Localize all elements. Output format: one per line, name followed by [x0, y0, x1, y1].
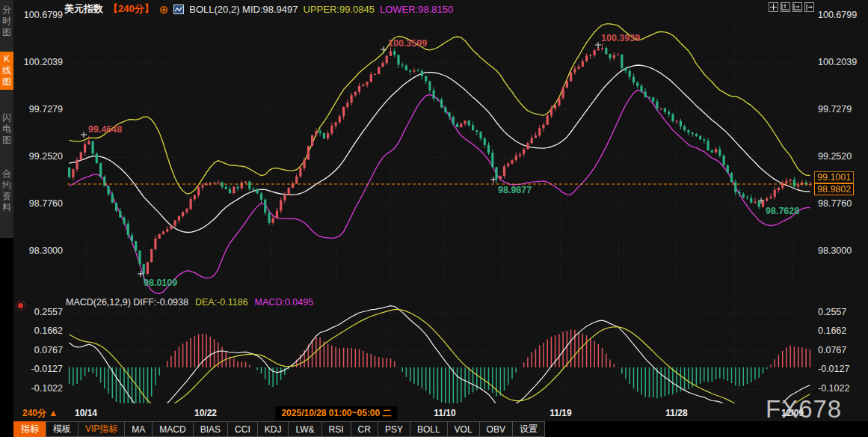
macd-tick-right: 0.1662: [818, 326, 846, 336]
macd-tick-left: -0.1022: [31, 383, 63, 394]
boll-upper-label: UPPER:99.0845: [304, 4, 375, 15]
chart-header: 美元指数 【240分】 ⊕ BOLL(20,2) MID:98.9497 UPP…: [64, 2, 453, 16]
rsi-button[interactable]: RSI: [321, 421, 351, 437]
psy-button[interactable]: PSY: [378, 421, 410, 437]
macd-button[interactable]: MACD: [152, 421, 193, 437]
macd-tick-left: -0.0127: [31, 364, 63, 374]
ma-button[interactable]: MA: [124, 421, 153, 437]
price-panel-layer: [68, 24, 811, 294]
tab-contract-info[interactable]: 合约资料: [0, 166, 13, 216]
macd-diff-label: MACD(26,12,9) DIFF:-0.0938: [66, 297, 188, 308]
price-tick-left: 98.3000: [29, 245, 63, 256]
crosshair-icon[interactable]: [769, 2, 778, 12]
add-indicator-icon[interactable]: ⊕: [159, 4, 169, 14]
level-price-label: 99.1001: [814, 171, 854, 183]
annotation-100.3599: 100.3599: [388, 38, 427, 49]
boll-mid-label: BOLL(20,2) MID:98.9497: [189, 4, 298, 15]
period-badge: 【240分】: [108, 2, 154, 16]
tab-time-chart[interactable]: 分时图: [0, 2, 13, 40]
macd-tick-right: 0.2557: [818, 307, 846, 317]
boll-button[interactable]: BOLL: [410, 421, 448, 437]
price-tick-right: 98.7760: [818, 198, 852, 209]
price-tick-right: 98.3000: [818, 245, 852, 256]
main-chart-canvas[interactable]: [0, 0, 868, 421]
indicator-alert-icon: [18, 303, 23, 308]
tab-lightning-chart[interactable]: 闪电图: [0, 110, 13, 148]
macd-tick-left: 0.0767: [34, 345, 63, 355]
date-tick: 10/14: [75, 408, 97, 418]
settings-button[interactable]: 设置: [512, 421, 545, 437]
period-selector[interactable]: 240分 ▲: [22, 407, 58, 420]
overlay-layer: [67, 42, 812, 277]
zoom-vertical-icon[interactable]: [781, 2, 790, 12]
macd-tick-right: 0.0767: [818, 345, 846, 355]
lw-button[interactable]: LW&: [288, 421, 321, 437]
date-tick: 11/28: [665, 408, 687, 418]
price-tick-right: 100.2039: [818, 57, 857, 67]
chart-type-icon[interactable]: [173, 4, 184, 14]
annotation-98.0109: 98.0109: [144, 278, 177, 288]
bottom-toolbar: 指标模板VIP指标MAMACDBIASCCIKDJLW&RSICRPSYBOLL…: [0, 421, 868, 437]
price-axis-right: 100.6799100.203999.727999.252098.776098.…: [816, 0, 868, 421]
price-tick-right: 99.2520: [818, 151, 852, 162]
macd-tick-left: 0.2557: [34, 307, 63, 317]
templates-button[interactable]: 模板: [46, 421, 79, 437]
left-sidebar: 分时图K线图闪电图合约资料: [0, 0, 13, 421]
trading-chart-app: 分时图K线图闪电图合约资料 美元指数 【240分】 ⊕ BOLL(20,2) M…: [0, 0, 868, 437]
macd-tick-right: -0.1022: [818, 383, 849, 394]
pan-right-icon[interactable]: [804, 2, 814, 12]
annotation-100.3939: 100.3939: [601, 33, 640, 43]
date-tick: 12/09: [781, 408, 804, 418]
price-tick-left: 99.7279: [29, 104, 63, 114]
cci-button[interactable]: CCI: [227, 421, 258, 437]
macd-value-label: MACD:0.0495: [255, 297, 314, 308]
tab-kline-chart[interactable]: K线图: [0, 52, 13, 90]
annotation-99.4648: 99.4648: [88, 124, 122, 135]
time-axis: 240分 ▲ 10/1410/222025/10/28 01:00~05:00 …: [13, 404, 868, 421]
date-tick: 10/22: [194, 408, 217, 418]
price-tick-left: 98.7760: [29, 198, 63, 209]
bias-button[interactable]: BIAS: [193, 421, 228, 437]
price-tick-left: 100.2039: [24, 57, 63, 67]
price-tick-left: 100.6799: [24, 10, 63, 20]
macd-dea-label: DEA:-0.1186: [195, 297, 248, 308]
date-tick: 11/10: [434, 408, 455, 418]
chart-tools: [769, 2, 814, 12]
annotation-98.9877: 98.9877: [498, 185, 532, 195]
zoom-horizontal-icon[interactable]: [792, 2, 802, 12]
boll-lower-label: LOWER:98.8150: [380, 4, 453, 15]
price-tick-left: 99.2520: [29, 151, 63, 162]
current-price-label: 98.9802: [814, 183, 854, 195]
price-axis-left: 100.6799100.203999.727999.252098.776098.…: [13, 0, 64, 421]
macd-tick-right: -0.0127: [818, 364, 849, 374]
price-tick-right: 99.7279: [818, 104, 852, 114]
vol-button[interactable]: VOL: [447, 421, 480, 437]
macd-header: MACD(26,12,9) DIFF:-0.0938 DEA:-0.1186 M…: [66, 297, 313, 308]
indicators-button[interactable]: 指标: [13, 421, 46, 437]
macd-tick-left: 0.1662: [34, 326, 63, 336]
obv-button[interactable]: OBV: [479, 421, 513, 437]
symbol-title: 美元指数: [64, 2, 103, 16]
date-tick: 11/19: [550, 408, 571, 418]
annotation-98.7628: 98.7628: [766, 206, 799, 216]
price-tick-right: 100.6799: [818, 10, 857, 20]
selected-candle-time: 2025/10/28 01:00~05:00 二: [275, 406, 397, 421]
kdj-button[interactable]: KDJ: [257, 421, 289, 437]
cr-button[interactable]: CR: [351, 421, 378, 437]
vip-indicators-button[interactable]: VIP指标: [78, 421, 125, 437]
